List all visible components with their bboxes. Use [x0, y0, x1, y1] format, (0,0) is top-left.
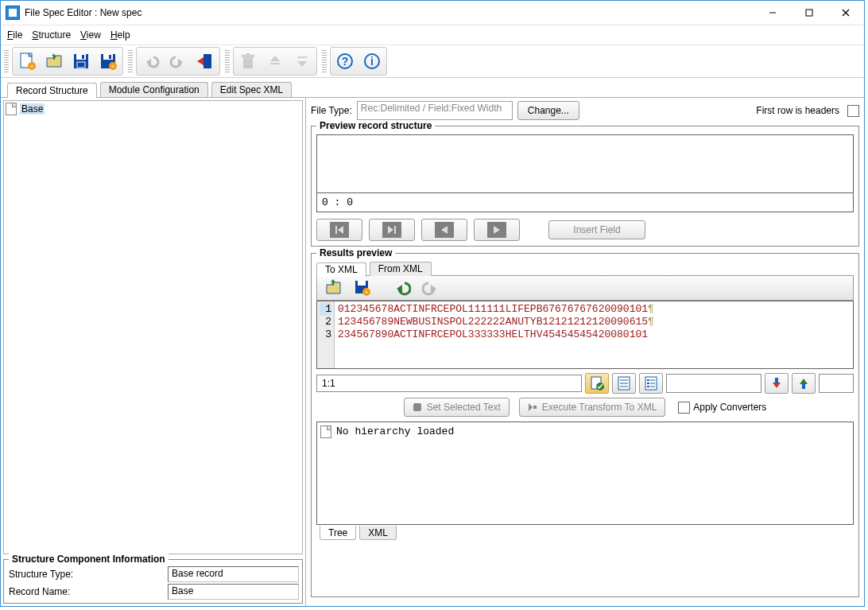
exit-button[interactable]	[193, 50, 217, 72]
hierarchy-output-area[interactable]: No hierarchy loaded	[316, 422, 854, 525]
svg-rect-13	[82, 55, 84, 59]
save-as-button[interactable]: +	[96, 50, 120, 72]
svg-rect-15	[103, 54, 113, 60]
preview-structure-area[interactable]	[316, 134, 854, 193]
open-folder-icon	[45, 52, 64, 71]
menu-help[interactable]: Help	[110, 29, 130, 41]
view-mode-1-button[interactable]	[585, 373, 609, 394]
help-icon: ?	[336, 52, 354, 70]
structure-component-info: Structure Component Information Structur…	[3, 559, 303, 604]
toolbar-handle-2[interactable]	[128, 50, 133, 72]
svg-rect-27	[270, 63, 280, 64]
trash-icon	[240, 52, 256, 70]
new-file-icon: +	[17, 52, 37, 71]
results-open-button[interactable]	[322, 277, 346, 299]
tab-module-configuration[interactable]: Module Configuration	[100, 82, 208, 97]
new-file-button[interactable]: +	[15, 50, 39, 72]
menu-structure[interactable]: Structure	[32, 29, 71, 41]
results-inner-tabs: To XML From XML	[316, 262, 854, 276]
svg-text:+: +	[111, 63, 115, 70]
execute-transform-button: Execute Transform To XML	[519, 398, 666, 417]
file-type-field: Rec:Delimited / Field:Fixed Width	[357, 101, 513, 120]
stop-icon	[413, 402, 422, 412]
tab-xml[interactable]: XML	[359, 526, 397, 540]
svg-marker-22	[197, 57, 203, 65]
set-selected-text-button: Set Selected Text	[404, 398, 510, 417]
apply-converters-checkbox[interactable]	[678, 402, 690, 414]
run-arrow-icon	[528, 402, 537, 412]
code-lines: 012345678ACTINFRCEPOL111111LIFEPB6767676…	[335, 301, 657, 368]
search-down-button[interactable]	[765, 373, 789, 394]
results-code-area[interactable]: 1 2 3 012345678ACTINFRCEPOL111111LIFEPB6…	[316, 301, 854, 369]
view-mode-2-button[interactable]	[612, 373, 636, 394]
tab-to-xml[interactable]: To XML	[316, 262, 366, 277]
svg-rect-11	[76, 54, 86, 60]
svg-rect-64	[802, 383, 805, 389]
menubar: File Structure View Help	[1, 25, 864, 45]
svg-marker-63	[800, 379, 808, 384]
maximize-button[interactable]	[791, 1, 827, 25]
redo-icon	[169, 52, 187, 70]
toolbar-handle[interactable]	[4, 50, 9, 72]
results-undo-button[interactable]	[390, 277, 414, 299]
tree-node-label: Base	[20, 103, 45, 115]
help-button[interactable]: ?	[333, 50, 357, 72]
cursor-position: 1:1	[316, 375, 582, 392]
tab-from-xml[interactable]: From XML	[370, 262, 432, 276]
svg-marker-41	[331, 279, 335, 282]
undo-icon	[393, 279, 411, 297]
info-button[interactable]: i	[360, 50, 384, 72]
svg-rect-67	[533, 406, 537, 409]
svg-rect-28	[297, 56, 307, 58]
arrow-down-icon	[772, 378, 781, 389]
svg-rect-1	[806, 10, 812, 16]
nav-prev-section-button[interactable]	[316, 219, 362, 241]
page-list-icon	[644, 376, 658, 390]
apply-converters-label: Apply Converters	[693, 402, 766, 413]
svg-rect-12	[77, 62, 85, 68]
structure-tree[interactable]: Base	[3, 100, 303, 554]
move-down-button	[290, 50, 314, 72]
results-save-button[interactable]: +	[351, 277, 374, 299]
search-up-button[interactable]	[792, 373, 816, 394]
svg-rect-25	[246, 53, 250, 56]
close-button[interactable]	[827, 1, 864, 25]
minimize-button[interactable]	[754, 1, 791, 25]
change-file-type-button[interactable]: Change...	[517, 101, 579, 120]
nav-next-button[interactable]	[474, 219, 520, 241]
view-mode-3-button[interactable]	[639, 373, 663, 394]
svg-marker-38	[441, 226, 448, 234]
svg-rect-55	[647, 379, 649, 381]
first-row-headers-label: First row is headers	[756, 105, 839, 116]
toolbar-handle-3[interactable]	[225, 50, 230, 72]
move-down-icon	[295, 53, 309, 69]
tab-edit-spec-xml[interactable]: Edit Spec XML	[211, 82, 292, 97]
svg-rect-9	[53, 55, 55, 60]
svg-rect-23	[243, 57, 253, 68]
open-file-button[interactable]	[42, 50, 66, 72]
tab-record-structure[interactable]: Record Structure	[7, 83, 97, 98]
tree-node-base[interactable]: Base	[6, 103, 300, 115]
record-name-label: Record Name:	[9, 586, 168, 597]
svg-rect-16	[109, 55, 111, 59]
main-tabs: Record Structure Module Configuration Ed…	[1, 81, 864, 97]
menu-view[interactable]: View	[80, 29, 101, 41]
first-row-headers-checkbox[interactable]	[847, 105, 859, 117]
redo-button	[166, 50, 190, 72]
menu-file[interactable]: File	[7, 29, 22, 41]
nav-next-section-button[interactable]	[369, 219, 415, 241]
file-type-row: File Type: Rec:Delimited / Field:Fixed W…	[311, 100, 859, 121]
search-field[interactable]	[666, 374, 761, 393]
tab-tree[interactable]: Tree	[320, 526, 356, 540]
app-window: File Spec Editor : New spec File Structu…	[0, 0, 865, 607]
svg-marker-35	[338, 226, 343, 234]
record-name-value[interactable]: Base	[168, 584, 299, 600]
nav-prev-button[interactable]	[421, 219, 467, 241]
hierarchy-tabs: Tree XML	[320, 526, 854, 541]
svg-rect-21	[203, 54, 211, 68]
save-button[interactable]	[69, 50, 93, 72]
undo-icon	[142, 52, 160, 70]
bar-right-icon	[386, 224, 397, 235]
toolbar-handle-4[interactable]	[322, 50, 327, 72]
move-up-icon	[268, 53, 282, 69]
